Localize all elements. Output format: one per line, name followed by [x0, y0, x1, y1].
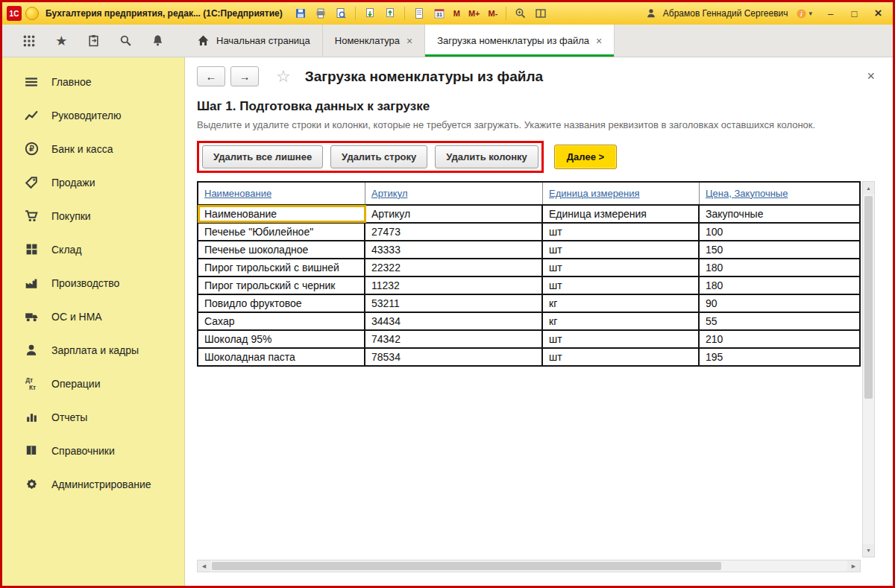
horizontal-scrollbar[interactable]: ◀ ▶	[197, 560, 861, 572]
page-header: ← → ☆ Загрузка номенклатуры из файла ×	[185, 57, 893, 93]
memory-m-button[interactable]: M	[451, 9, 462, 18]
sidebar-item-sklad[interactable]: Склад	[2, 233, 184, 266]
sidebar-item-bank-i-kassa[interactable]: ₽ Банк и касса	[2, 132, 184, 165]
delete-all-button[interactable]: Удалить все лишнее	[202, 145, 323, 168]
sidebar-item-pokupki[interactable]: Покупки	[2, 199, 184, 233]
sidebar-item-operacii[interactable]: ДтКт Операции	[2, 367, 184, 400]
column-header-link[interactable]: Цена, Закупочные	[706, 188, 788, 199]
table-row[interactable]: Повидло фруктовое 53211 кг 90	[198, 295, 859, 313]
horizontal-scroll-track[interactable]	[210, 560, 847, 572]
memory-m-plus-button[interactable]: M+	[466, 9, 483, 18]
table-row[interactable]: Шоколадная паста 78534 шт 195	[198, 349, 859, 365]
scroll-down-icon[interactable]: ▼	[863, 544, 874, 557]
forward-button[interactable]: →	[230, 66, 259, 86]
sidebar-item-label: Банк и касса	[51, 143, 113, 155]
minimize-button[interactable]: –	[820, 5, 841, 22]
vertical-scroll-track[interactable]	[863, 195, 874, 544]
tabbar: ★ Начальная страница Номенклатура × Загр…	[2, 25, 893, 57]
apps-grid-icon[interactable]	[19, 31, 39, 51]
sidebar-item-spravochniki[interactable]: Справочники	[2, 434, 184, 467]
chart-up-icon	[23, 107, 40, 124]
tab-close-icon[interactable]: ×	[596, 35, 602, 47]
table-row[interactable]: Шоколад 95% 74342 шт 210	[198, 331, 859, 349]
mapping-cell-price[interactable]: Закупочные	[700, 206, 859, 222]
sidebar-item-prodazhi[interactable]: Продажи	[2, 165, 184, 199]
save-icon[interactable]	[292, 5, 309, 22]
table-row[interactable]: Сахар 34434 кг 55	[198, 313, 859, 331]
info-menu[interactable]: i ▾	[796, 8, 812, 19]
info-icon: i	[796, 8, 807, 19]
load-from-file-icon[interactable]	[362, 5, 378, 22]
cell-price: 210	[700, 331, 859, 347]
cell-name: Повидло фруктовое	[198, 295, 365, 312]
factory-icon	[23, 275, 40, 291]
column-header-link[interactable]: Единица измерения	[549, 188, 640, 199]
sidebar-item-label: Руководителю	[51, 110, 121, 121]
notifications-bell-icon[interactable]	[148, 31, 168, 51]
table-row[interactable]: Пирог тирольский с черник 11232 шт 180	[198, 277, 859, 295]
scroll-up-icon[interactable]: ▲	[863, 182, 874, 195]
calendar-icon[interactable]: 31	[431, 5, 448, 22]
cart-icon	[23, 208, 40, 224]
tab-close-icon[interactable]: ×	[406, 35, 412, 47]
sidebar-item-glavnoe[interactable]: Главное	[2, 65, 184, 98]
next-button[interactable]: Далее >	[554, 145, 617, 169]
separator	[404, 7, 405, 20]
column-header-link[interactable]: Наименование	[204, 188, 271, 199]
table-row[interactable]: Пирог тирольский с вишней 22322 шт 180	[198, 259, 859, 277]
page-close-icon[interactable]: ×	[861, 69, 881, 84]
vertical-scrollbar[interactable]: ▲ ▼	[862, 181, 875, 557]
favorite-star-icon[interactable]: ☆	[276, 67, 291, 86]
column-header-articul[interactable]: Артикул	[365, 183, 543, 204]
memory-m-minus-button[interactable]: M-	[486, 9, 500, 18]
cell-articul: 78534	[365, 349, 543, 365]
tab-nomenklatura[interactable]: Номенклатура ×	[323, 25, 425, 57]
step-title: Шаг 1. Подготовка данных к загрузке	[197, 99, 881, 114]
cell-name: Сахар	[198, 313, 365, 329]
delete-row-button[interactable]: Удалить строку	[330, 145, 427, 168]
sidebar-item-proizvodstvo[interactable]: Производство	[2, 266, 184, 300]
search-icon[interactable]	[116, 31, 136, 51]
close-window-button[interactable]: ×	[868, 5, 888, 22]
print-preview-icon[interactable]	[333, 5, 349, 22]
truck-icon	[23, 309, 40, 325]
print-icon[interactable]	[313, 5, 329, 22]
current-user[interactable]: Абрамов Геннадий Сергеевич	[643, 5, 788, 22]
column-header-price[interactable]: Цена, Закупочные	[700, 183, 859, 204]
mapping-cell-name[interactable]: Наименование	[198, 206, 365, 222]
sidebar-item-otchety[interactable]: Отчеты	[2, 400, 184, 434]
assistant-icon[interactable]	[25, 7, 39, 20]
cell-unit: шт	[543, 349, 700, 365]
titlebar: 1С Бухгалтерия предприятия, редак... (1С…	[2, 2, 893, 25]
table-row[interactable]: Печенье шоколадное 43333 шт 150	[198, 241, 859, 259]
zoom-icon[interactable]	[512, 5, 529, 22]
journal-icon[interactable]	[411, 5, 427, 22]
tab-home-page[interactable]: Начальная страница	[185, 25, 323, 57]
scroll-left-icon[interactable]: ◀	[198, 560, 210, 572]
history-icon[interactable]	[84, 31, 103, 51]
favorites-star-icon[interactable]: ★	[51, 31, 71, 51]
sidebar-item-rukovoditelyu[interactable]: Руководителю	[2, 98, 184, 132]
ruble-circle-icon: ₽	[23, 141, 40, 157]
split-window-icon[interactable]	[533, 5, 549, 22]
svg-text:Кт: Кт	[28, 384, 35, 391]
tab-load-nomenclature[interactable]: Загрузка номенклатуры из файла ×	[425, 25, 615, 57]
scroll-right-icon[interactable]: ▶	[847, 560, 860, 572]
column-header-name[interactable]: Наименование	[198, 183, 365, 204]
sidebar-item-zarplata-i-kadry[interactable]: Зарплата и кадры	[2, 333, 184, 367]
vertical-scroll-thumb[interactable]	[864, 196, 873, 399]
mapping-cell-articul[interactable]: Артикул	[365, 206, 543, 222]
delete-column-button[interactable]: Удалить колонку	[435, 145, 538, 168]
column-header-unit[interactable]: Единица измерения	[543, 183, 700, 204]
sidebar-item-label: Главное	[51, 76, 92, 88]
cell-articul: 11232	[365, 277, 543, 294]
sidebar-item-os-i-nma[interactable]: ОС и НМА	[2, 300, 184, 333]
maximize-button[interactable]: □	[844, 5, 864, 22]
save-to-file-icon[interactable]	[382, 5, 398, 22]
mapping-cell-unit[interactable]: Единица измерения	[543, 206, 700, 222]
sidebar-item-administrirovanie[interactable]: Администрирование	[2, 467, 184, 501]
back-button[interactable]: ←	[197, 66, 225, 86]
horizontal-scroll-thumb[interactable]	[212, 562, 721, 570]
table-row[interactable]: Печенье "Юбилейное" 27473 шт 100	[198, 224, 859, 241]
column-header-link[interactable]: Артикул	[371, 188, 407, 199]
